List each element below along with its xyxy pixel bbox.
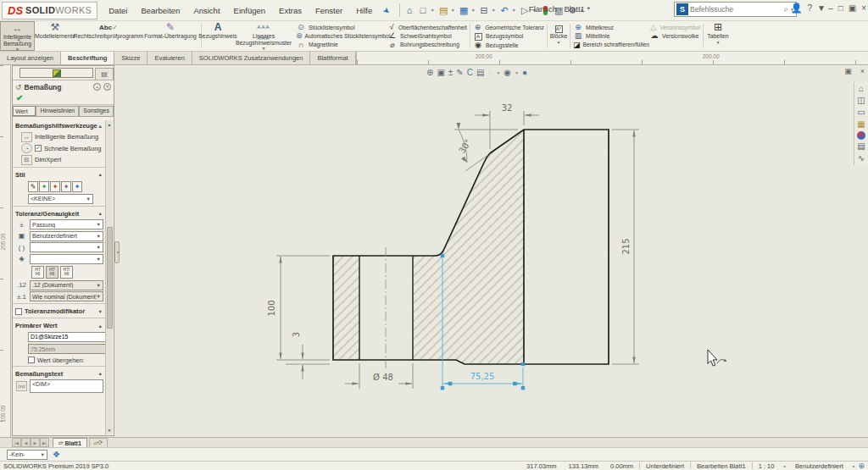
style-add-button[interactable]: ✦ (39, 181, 49, 192)
doc-restore-icon[interactable]: ▣ (844, 67, 852, 75)
quick-dim-checkbox[interactable]: ✓ (35, 145, 42, 152)
tab-wert[interactable]: Wert (13, 106, 36, 116)
first-sheet-icon[interactable]: |◀ (12, 438, 21, 447)
smart-dimension-item[interactable]: ↔Intelligente Bemaßung (21, 132, 103, 142)
sheet-properties-icon[interactable]: ▤ (476, 68, 484, 77)
units-setting[interactable]: Benutzerdefiniert (789, 462, 849, 470)
spellcheck-button[interactable]: Abc✓ Rechtschreibprüfprogramm (75, 21, 142, 51)
tab-hinweislinien[interactable]: Hinweislinien (36, 106, 79, 116)
drawing-sheet[interactable]: 32 30° 215 100 3 Ø 48 75,25 (0, 65, 868, 437)
blocks-button[interactable]: A° Blöcke ▼ (549, 21, 568, 51)
zoom-inout-icon[interactable]: ± (448, 68, 453, 77)
expand-caret-icon[interactable]: ▼ (98, 309, 103, 314)
weld-symbol-button[interactable]: ∠Schweißnahtsymbol (387, 31, 467, 40)
collapse-caret-icon[interactable]: ▲ (98, 211, 103, 216)
menu-extras[interactable]: Extras (273, 3, 308, 18)
quick-dimension-item[interactable]: ◔✓Schnelle Bemaßung (21, 143, 103, 153)
user-account-icon[interactable]: 👤 (791, 3, 803, 14)
maximize-button[interactable]: □ (838, 3, 843, 13)
taskpane-custom-properties-icon[interactable]: ▤ (857, 141, 865, 152)
hide-show-caret-icon[interactable]: ▼ (515, 70, 519, 75)
magnetic-line-button[interactable]: ∩Magnetlinie (296, 41, 386, 49)
datum-feature-button[interactable]: ABezugssymbol (473, 31, 544, 41)
tolerance-class-dropdown[interactable]: Benutzerdefiniert▼ (30, 231, 103, 241)
command-search[interactable]: S ⌕ ▼ (674, 2, 797, 17)
dimension-text-box[interactable]: <DIM> (30, 379, 103, 393)
tolerance-type-dropdown[interactable]: Passung▼ (30, 219, 103, 229)
dim-selected[interactable]: 75,25 (470, 372, 495, 381)
tab-sonstiges[interactable]: Sonstiges (79, 106, 114, 116)
menu-einfuegen[interactable]: Einfügen (228, 3, 272, 18)
tolerance-precision-dropdown[interactable]: Wie nominal (Dokument)▼ (30, 291, 103, 301)
menu-bearbeiten[interactable]: Bearbeiten (135, 3, 186, 18)
taskpane-view-palette-icon[interactable]: ▦ (857, 119, 865, 130)
tables-caret-icon[interactable]: ▼ (716, 40, 721, 45)
tab-beschriftung[interactable]: Beschriftung (61, 52, 114, 64)
tag-globe-icon[interactable]: ⊕ (858, 462, 865, 470)
precision-dropdown[interactable]: .12 (Dokument)▼ (30, 280, 103, 290)
pm-tab-configurations[interactable]: ▤ (95, 68, 114, 80)
save-icon[interactable]: ▦ (458, 3, 470, 18)
zoom-fit-icon[interactable]: ⊕ (426, 68, 433, 77)
taskpane-design-library-icon[interactable]: ◫ (857, 96, 865, 106)
revision-symbol-button[interactable]: △Versionssymbol (649, 23, 700, 31)
dimxpert-item[interactable]: ⊟DimXpert (21, 155, 103, 165)
style-save-button[interactable]: ✦ (61, 181, 71, 192)
dim-bore[interactable]: Ø 48 (373, 373, 393, 382)
min-variation-dropdown[interactable]: ▼ (30, 254, 103, 264)
dim-215[interactable]: 215 (621, 238, 631, 254)
collapse-caret-icon[interactable]: ▲ (98, 172, 103, 177)
style-load-button[interactable]: ✦ (72, 181, 82, 192)
home-icon[interactable]: ⌂ (403, 3, 416, 18)
tolerance-modifier-checkbox[interactable] (15, 308, 22, 315)
next-sheet-icon[interactable]: ▶ (31, 438, 40, 447)
style-default-button[interactable]: ✎ (28, 181, 38, 192)
display-style-icon[interactable]: ◌ (487, 68, 492, 77)
sheet-scale[interactable]: 1 : 10 (753, 462, 781, 470)
panel-scrollbar[interactable]: ▲ ▼ (105, 120, 113, 434)
doc-close-icon[interactable]: × (860, 67, 865, 75)
open-caret-icon[interactable]: ▼ (451, 8, 457, 13)
new-document-icon[interactable]: □ (417, 3, 430, 18)
zoom-area-icon[interactable]: ▣ (437, 68, 444, 77)
dim-32[interactable]: 32 (502, 103, 513, 113)
menu-datei[interactable]: Datei (103, 3, 133, 18)
hole-callout-button[interactable]: ⌀Bohrungsbeschreibung (387, 41, 467, 49)
pm-tab-propertymanager[interactable] (19, 68, 93, 78)
blocks-caret-icon[interactable]: ▼ (557, 40, 561, 45)
panel-splitter-grip[interactable] (114, 241, 120, 263)
taskpane-forum-icon[interactable]: ∿ (858, 153, 865, 163)
taskpane-file-explorer-icon[interactable]: ▭ (857, 108, 865, 118)
layer-dropdown[interactable]: -Kein-▼ (7, 450, 47, 460)
center-mark-button[interactable]: ⊕Mittelkreuz (573, 23, 648, 31)
pin-circle-icon[interactable]: • (93, 83, 101, 91)
tab-layout-anzeigen[interactable]: Layout anzeigen (0, 52, 61, 64)
model-items-button[interactable]: ⚒ Modellelemente (35, 21, 75, 51)
ok-checkmark-icon[interactable]: ✔ (13, 93, 114, 105)
style-dropdown[interactable]: <KEINE>▼ (28, 194, 93, 204)
datum-target-button[interactable]: ◉Bezugsstelle (473, 41, 544, 49)
dimension-name-input[interactable] (28, 332, 105, 342)
menu-ansicht[interactable]: Ansicht (187, 3, 225, 18)
max-variation-dropdown[interactable]: ▼ (30, 242, 103, 252)
geometric-tolerance-button[interactable]: ⊕Geometrische Toleranz (473, 23, 544, 31)
scroll-thumb[interactable] (107, 227, 113, 329)
caret-icon[interactable]: ▪ (849, 462, 859, 470)
scroll-up-icon[interactable]: ▲ (108, 120, 112, 129)
style-delete-button[interactable]: ✦ (50, 181, 60, 192)
note-button[interactable]: A Bezugshinweis (203, 21, 232, 51)
fit-tolerance-button[interactable]: H7/h6 (60, 266, 73, 279)
linear-note-pattern-button[interactable]: AAAAAA Lineares Bezugshinweismuster ▼ (232, 21, 295, 51)
area-hatch-button[interactable]: ◪Bereich schraffieren/füllen (573, 41, 648, 49)
fit-linear-button[interactable]: H7h6 (46, 266, 58, 279)
tables-button[interactable]: ⊞ Tabellen ▼ (705, 21, 731, 51)
display-style-caret-icon[interactable]: ▼ (496, 70, 500, 75)
edit-mode-status[interactable]: Bearbeiten Blatt1 (691, 462, 752, 470)
restore-button[interactable]: ▣ (849, 3, 856, 13)
layer-properties-icon[interactable]: ❖ (53, 450, 60, 459)
graphics-area[interactable]: 32 30° 215 100 3 Ø 48 75,25 (0, 65, 868, 437)
tab-blattformat[interactable]: Blattformat (310, 52, 355, 64)
linear-note-caret-icon[interactable]: ▼ (262, 46, 266, 51)
menu-hilfe[interactable]: Hilfe (350, 3, 378, 18)
auto-balloon-button[interactable]: ⊚Automatisches Stücklistensymbol (296, 31, 386, 40)
